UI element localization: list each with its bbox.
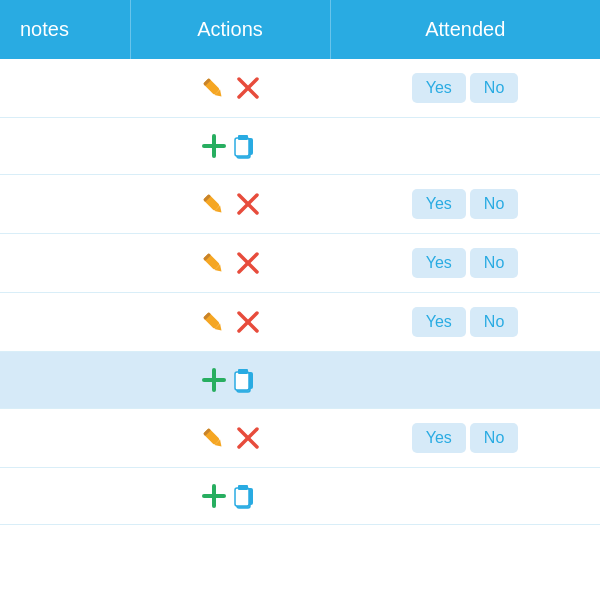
yes-button[interactable]: Yes (412, 73, 466, 103)
svg-rect-32 (235, 372, 249, 390)
yes-button[interactable]: Yes (412, 307, 466, 337)
attended-cell: YesNo (330, 293, 600, 352)
copy-icon[interactable] (232, 366, 260, 394)
actions-cell (130, 293, 330, 352)
table-row (0, 352, 600, 409)
table-row: YesNo (0, 59, 600, 118)
table-row: YesNo (0, 293, 600, 352)
actions-cell (130, 59, 330, 118)
table-row (0, 468, 600, 525)
edit-icon[interactable] (199, 424, 227, 452)
copy-icon[interactable] (232, 132, 260, 160)
attended-cell (330, 468, 600, 525)
no-button[interactable]: No (470, 248, 518, 278)
table-row (0, 118, 600, 175)
edit-icon[interactable] (199, 249, 227, 277)
attended-cell: YesNo (330, 175, 600, 234)
attended-cell (330, 118, 600, 175)
yes-button[interactable]: Yes (412, 423, 466, 453)
delete-icon[interactable] (235, 250, 261, 276)
no-button[interactable]: No (470, 73, 518, 103)
svg-rect-33 (238, 369, 248, 374)
yes-button[interactable]: Yes (412, 189, 466, 219)
actions-cell (130, 468, 330, 525)
actions-cell (130, 409, 330, 468)
svg-rect-11 (238, 135, 248, 140)
no-button[interactable]: No (470, 189, 518, 219)
notes-cell (0, 352, 130, 409)
delete-icon[interactable] (235, 75, 261, 101)
table-row: YesNo (0, 234, 600, 293)
notes-cell (0, 59, 130, 118)
add-icon[interactable] (200, 132, 228, 160)
yes-button[interactable]: Yes (412, 248, 466, 278)
edit-icon[interactable] (199, 74, 227, 102)
actions-cell (130, 352, 330, 409)
table-row: YesNo (0, 409, 600, 468)
no-button[interactable]: No (470, 307, 518, 337)
attended-cell: YesNo (330, 409, 600, 468)
delete-icon[interactable] (235, 425, 261, 451)
add-icon[interactable] (200, 482, 228, 510)
attended-cell: YesNo (330, 234, 600, 293)
svg-rect-44 (235, 488, 249, 506)
actions-cell (130, 118, 330, 175)
notes-cell (0, 234, 130, 293)
notes-cell (0, 468, 130, 525)
notes-column-header: notes (0, 0, 130, 59)
notes-cell (0, 409, 130, 468)
attended-cell (330, 352, 600, 409)
delete-icon[interactable] (235, 191, 261, 217)
svg-rect-10 (235, 138, 249, 156)
edit-icon[interactable] (199, 190, 227, 218)
actions-column-header: Actions (130, 0, 330, 59)
attended-cell: YesNo (330, 59, 600, 118)
add-icon[interactable] (200, 366, 228, 394)
actions-cell (130, 234, 330, 293)
table-row: YesNo (0, 175, 600, 234)
svg-rect-45 (238, 485, 248, 490)
notes-cell (0, 175, 130, 234)
attended-column-header: Attended (330, 0, 600, 59)
edit-icon[interactable] (199, 308, 227, 336)
actions-cell (130, 175, 330, 234)
notes-cell (0, 293, 130, 352)
copy-icon[interactable] (232, 482, 260, 510)
no-button[interactable]: No (470, 423, 518, 453)
notes-cell (0, 118, 130, 175)
delete-icon[interactable] (235, 309, 261, 335)
